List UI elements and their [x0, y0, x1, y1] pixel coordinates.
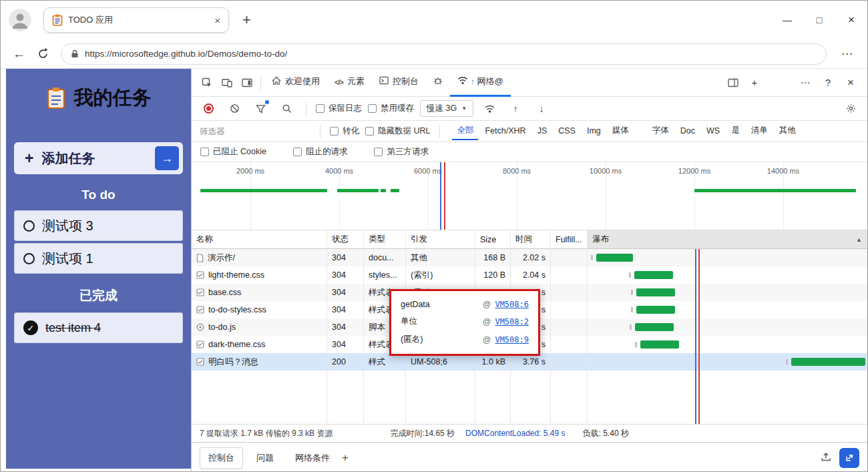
drawer-bar: 控制台问题网络条件 +: [192, 442, 867, 472]
record-button[interactable]: [198, 99, 218, 118]
network-request-row[interactable]: light-theme.css304styles...(索引)120 B2.04…: [192, 266, 867, 284]
device-toolbar-icon[interactable]: [217, 73, 237, 92]
column-header[interactable]: Size: [475, 230, 511, 249]
devtools-tab-network[interactable]: ↑网络@: [450, 69, 511, 97]
settings-gear-icon[interactable]: [841, 99, 861, 118]
hide-data-urls-checkbox[interactable]: 隐藏数据 URL: [365, 126, 430, 137]
filter-pill[interactable]: JS: [533, 124, 552, 140]
dock-preview-icon[interactable]: [723, 73, 743, 92]
filter-pill[interactable]: Doc: [676, 124, 700, 140]
dock-side-icon[interactable]: [237, 73, 257, 92]
column-header[interactable]: 状态: [327, 230, 364, 249]
blocked-filter-checkbox[interactable]: 已阻止 Cookie: [200, 146, 266, 158]
add-task-button[interactable]: + 添加任务 →: [14, 142, 183, 174]
check-icon[interactable]: ✓: [23, 320, 38, 335]
column-header-waterfall[interactable]: 瀑布▲: [588, 230, 867, 249]
cell-status: 200: [327, 353, 364, 371]
inspect-icon[interactable]: [197, 73, 217, 92]
refresh-button[interactable]: [37, 48, 49, 59]
network-conditions-icon[interactable]: [479, 99, 499, 118]
add-pane-button[interactable]: +: [743, 73, 766, 92]
close-button[interactable]: ×: [835, 7, 867, 33]
cell-status: 304: [327, 336, 364, 353]
devtools-tab-sources[interactable]: [426, 69, 450, 97]
drawer-right-icons: [821, 448, 859, 468]
help-icon[interactable]: ?: [817, 73, 839, 92]
plus-icon: +: [25, 150, 33, 168]
source-location-link[interactable]: VM508:2: [495, 317, 529, 326]
maximize-button[interactable]: □: [803, 7, 835, 33]
devtools-tab-elements[interactable]: </>元素: [327, 69, 372, 97]
url-text: https://microsoftedge.github.io/Demos/de…: [85, 49, 287, 59]
drawer-tab[interactable]: 控制台: [200, 447, 243, 469]
todo-checkbox-icon[interactable]: [23, 220, 35, 232]
drawer-tab[interactable]: 网络条件: [287, 448, 338, 468]
filter-icon[interactable]: [250, 99, 270, 118]
new-tab-button[interactable]: +: [242, 13, 251, 27]
devtools-close-icon[interactable]: ×: [839, 73, 862, 92]
filter-pill[interactable]: Fetch/XHR: [480, 124, 530, 140]
drawer-tab[interactable]: 问题: [248, 448, 282, 468]
hide-data-urls-label: 隐藏数据 URL: [378, 126, 430, 137]
drawer-more-tools-button[interactable]: +: [342, 451, 349, 465]
devtools-tab-console[interactable]: 控制台: [372, 69, 426, 97]
url-bar[interactable]: https://microsoftedge.github.io/Demos/de…: [61, 43, 827, 65]
filter-pill[interactable]: 媒体: [608, 122, 634, 140]
browser-menu-icon[interactable]: ⋯: [841, 47, 853, 61]
export-har-icon[interactable]: ↓: [531, 99, 552, 118]
invert-checkbox[interactable]: 转化: [330, 126, 359, 137]
cell-time: 2.04 s: [511, 266, 551, 284]
import-har-icon[interactable]: ↑: [505, 99, 525, 118]
bug-icon: [433, 76, 443, 87]
column-header[interactable]: 时间: [511, 230, 551, 249]
column-header[interactable]: 名称: [192, 230, 327, 249]
column-header[interactable]: 类型: [364, 230, 406, 249]
network-toolbar: 保留日志 禁用缓存 慢速 3G ▼ ↑ ↓: [192, 97, 867, 121]
filter-pill[interactable]: 是: [726, 122, 744, 140]
devtools-tab-label: 欢迎使用: [285, 75, 320, 87]
source-location-link[interactable]: VM508:9: [495, 335, 529, 344]
todo-item[interactable]: 测试项 3: [14, 210, 183, 241]
column-header[interactable]: 引发: [406, 230, 475, 249]
filter-pill[interactable]: 清单: [746, 122, 773, 140]
filter-pill[interactable]: CSS: [554, 124, 580, 140]
profile-avatar[interactable]: [9, 9, 31, 31]
cell-status: 304: [327, 301, 364, 318]
filter-pill[interactable]: 其他: [775, 122, 801, 140]
network-request-row[interactable]: 演示作/304docu...其他168 B2.02 s: [192, 249, 867, 266]
expand-drawer-button[interactable]: [839, 448, 859, 468]
tab-close-icon[interactable]: ×: [214, 15, 220, 26]
filter-pill[interactable]: 全部: [452, 122, 478, 140]
source-location-link[interactable]: VM508:6: [495, 300, 529, 309]
todo-item[interactable]: 测试项 1: [14, 243, 183, 274]
devtools-tab-welcome[interactable]: 欢迎使用: [264, 69, 327, 97]
cell-name: light-theme.css: [192, 266, 327, 284]
clear-network-log-icon[interactable]: [224, 99, 244, 118]
filter-input[interactable]: [198, 126, 310, 137]
cell-waterfall: [588, 318, 867, 336]
minimize-button[interactable]: —: [771, 7, 803, 33]
throttling-select[interactable]: 慢速 3G ▼: [420, 100, 473, 117]
browser-tab[interactable]: TODO 应用 ×: [43, 7, 229, 33]
back-button[interactable]: ←: [13, 47, 25, 61]
disable-cache-checkbox[interactable]: 禁用缓存: [368, 103, 414, 114]
column-header[interactable]: Fulfill...: [551, 230, 588, 249]
filter-pill[interactable]: WS: [702, 124, 724, 140]
filter-pill[interactable]: Img: [582, 124, 606, 140]
todo-checkbox-icon[interactable]: [23, 253, 35, 264]
blocked-filter-checkbox[interactable]: 阻止的请求: [293, 146, 348, 158]
devtools-menu-icon[interactable]: ⋯: [794, 73, 817, 92]
search-icon[interactable]: [276, 99, 296, 118]
css-file-icon: [196, 288, 204, 296]
cell-size: 120 B: [475, 266, 511, 284]
submit-task-button[interactable]: →: [155, 146, 179, 170]
disable-cache-label: 禁用缓存: [381, 103, 414, 114]
request-name: 明白吗？消息: [208, 357, 258, 368]
done-item[interactable]: ✓test item 4: [14, 312, 183, 343]
preserve-log-checkbox[interactable]: 保留日志: [316, 103, 362, 114]
blocked-filter-checkbox[interactable]: 第三方请求: [374, 146, 429, 158]
drawer-export-icon[interactable]: [821, 452, 831, 464]
filter-pill[interactable]: 字体: [648, 122, 674, 140]
network-overview[interactable]: 2000 ms4000 ms6000 ms8000 ms10000 ms1200…: [192, 162, 867, 230]
overview-time-label: 10000 ms: [590, 167, 622, 175]
